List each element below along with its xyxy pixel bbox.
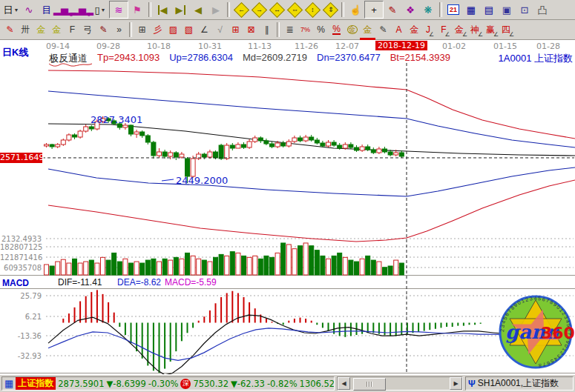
pan-hand-icon[interactable]: ☝ [346, 1, 364, 18]
pattern-lasso-icon[interactable]: ❖ [401, 1, 419, 18]
percent-gold-icon[interactable]: % [329, 21, 344, 38]
turnover-amount: 1306.52 [300, 379, 335, 389]
f-angle-icon[interactable]: F∠ [438, 21, 453, 38]
notes-icon[interactable]: ▤ [480, 1, 498, 18]
next-bar-icon[interactable]: ▶ [207, 1, 225, 18]
box-range-icon[interactable]: ⊞ [134, 21, 150, 38]
pen-level-icon[interactable]: ✎ [375, 21, 391, 38]
fan-lines-icon[interactable]: 彡 [150, 21, 165, 38]
compress-horizontal-icon[interactable]: ⇔ [286, 1, 303, 18]
red-grid-x-icon[interactable]: ⊠ [243, 21, 259, 38]
shen-angle-icon[interactable]: 神∠ [469, 21, 484, 38]
crosshair-icon[interactable]: + [364, 1, 384, 19]
red-pen-icon[interactable]: ✎ [2, 21, 18, 38]
zoom-all-icon[interactable]: ⇕ [321, 1, 339, 18]
price-marker: 2571.1649 [0, 153, 42, 163]
gold-circle-icon[interactable]: 金 [344, 21, 360, 38]
price-annotation: 2827.3401 [91, 114, 142, 125]
zigzag-overlay-icon[interactable]: ∿ [20, 1, 38, 18]
jump-right-icon[interactable]: → [250, 1, 268, 18]
gold-gann-b-icon[interactable]: 金 [49, 21, 65, 38]
expand-horizontal-icon[interactable]: ↔ [268, 1, 286, 18]
wave9-icon[interactable]: ▂▅▂9 [73, 1, 91, 18]
calendar-icon[interactable]: 21 [444, 1, 462, 18]
color-flag-icon[interactable]: ⚑ [128, 1, 146, 18]
macd-header-value: MACD=-5.59 [165, 277, 217, 288]
toolbar-separator [129, 22, 132, 37]
toolbar-separator [227, 2, 230, 17]
toolbar-separator [341, 2, 344, 17]
shenzhen-icon[interactable]: 深 [180, 379, 191, 389]
more-tools-chevron-icon[interactable]: » [111, 21, 127, 38]
scroll-right-button[interactable]: ▶ [450, 377, 462, 390]
scrollbar-thumb[interactable] [353, 378, 386, 391]
sh-index-change: ▼-8.6399 [107, 379, 146, 389]
spiral-tool-icon[interactable]: 弓 [80, 21, 96, 38]
toolbar-separator [439, 2, 442, 17]
toolbar-separator [277, 22, 280, 37]
chart-area: 日K线 09-1409-2810-1810-3111-1311-2612-072… [0, 40, 575, 374]
print-icon[interactable]: 凸 [533, 1, 551, 18]
scrollbar-track[interactable] [350, 378, 450, 389]
red-grid-icon[interactable]: ⊞ [228, 21, 243, 38]
period-day-selector[interactable]: 日▼ [2, 1, 20, 18]
axis-label: 121871416 [0, 253, 42, 262]
macd-pane-label: MACD [2, 278, 29, 288]
gold-gann-a-icon[interactable]: 金 [33, 21, 49, 38]
prev-bar-icon[interactable]: ◀ [189, 1, 207, 18]
gold-box-icon[interactable]: 金 [407, 21, 422, 38]
price-annotation: 2449.2000 [176, 175, 228, 186]
gann360-app: 日▼∿目▂▅▂3▂▅▂9▯▼≋⚑◀▶◀▶←→↔⇔↕⇕☝+✎❖❋21▦▤▣⊡凸 ✎… [0, 0, 575, 392]
gold-level-icon[interactable]: 金 [360, 21, 375, 38]
antenna-icon: Ψ [468, 379, 476, 389]
calculator-icon[interactable]: ▦ [462, 1, 480, 18]
check-lines-icon[interactable]: √ [212, 21, 228, 38]
percent7-icon[interactable]: 7% [298, 21, 313, 38]
percent-icon[interactable]: % [313, 21, 329, 38]
status-bar: ▦ 上证指数 2873.5901 ▼-8.6399 -0.30% 深 7530.… [0, 374, 575, 392]
main-chart-canvas[interactable] [0, 40, 575, 374]
ying-angle-icon[interactable]: 赢∠ [484, 21, 500, 38]
index-badge[interactable]: 上证指数 [16, 377, 56, 390]
sz-index-price: 7530.32 [193, 379, 229, 389]
svg-text:360: 360 [541, 324, 574, 342]
axis-label: -32.93 [0, 352, 42, 360]
slash-lines-icon[interactable]: ∥ [259, 21, 275, 38]
export-web-icon[interactable]: ⊡ [516, 1, 533, 18]
sz-index-percent: -0.82% [267, 379, 298, 389]
gold-angle-icon[interactable]: 金∠ [453, 21, 469, 38]
macd-header-value: DIF=-11.41 [58, 277, 102, 288]
toolbar-main: 日▼∿目▂▅▂3▂▅▂9▯▼≋⚑◀▶◀▶←→↔⇔↕⇕☝+✎❖❋21▦▤▣⊡凸 [0, 0, 575, 20]
quote-grid-icon[interactable]: ▦ [4, 378, 13, 389]
sz-index-change: ▼-62.33 [231, 379, 265, 389]
draw-line-icon[interactable]: ✎ [384, 1, 401, 18]
channel-overlay-icon[interactable]: ≋ [109, 1, 128, 19]
neural-net-icon[interactable]: ❋ [419, 1, 437, 18]
first-bar-icon[interactable]: ◀ [154, 1, 171, 18]
axis-label: 25.79 [0, 292, 42, 300]
axis-label: 60935708 [0, 264, 42, 272]
horizontal-scrollbar[interactable]: ◀ ▶ [337, 376, 463, 391]
save-icon[interactable]: ▣ [498, 1, 516, 18]
toolbar-separator [148, 2, 151, 17]
toolbar-drawing: ✎卅金金F弓✎»⊞彡▨▧∠√⊞⊠∥≣7%%%金金✎A金J∠F∠金∠神∠赢∠四∠ [0, 20, 575, 40]
si-angle-icon[interactable]: 四∠ [500, 21, 516, 38]
jump-left-icon[interactable]: ← [232, 1, 250, 18]
axis-label: -13.36 [0, 332, 42, 340]
candle-type-icon[interactable]: ▯▼ [91, 1, 109, 18]
sh-index-price: 2873.5901 [58, 379, 104, 389]
j-angle-icon[interactable]: J∠ [422, 21, 438, 38]
expand-vertical-icon[interactable]: ↕ [303, 1, 321, 18]
pen-ruler-icon[interactable]: ✎ [96, 21, 111, 38]
index-summary-panel: ▦ 上证指数 2873.5901 ▼-8.6399 -0.30% 深 7530.… [1, 376, 335, 391]
last-bar-icon[interactable]: ▶ [171, 1, 189, 18]
fan-box-alt-icon[interactable]: ▧ [181, 21, 197, 38]
angle-lines-icon[interactable]: ∠ [197, 21, 212, 38]
f-gann-icon[interactable]: F [65, 21, 80, 38]
gann360-logo: 2345678901234567890123456789012345678 ga… [497, 293, 574, 371]
wave-a-icon[interactable]: A [391, 21, 407, 38]
gann-grid-icon[interactable]: 卅 [18, 21, 33, 38]
scale-list-icon[interactable]: ≣ [282, 21, 298, 38]
scroll-left-button[interactable]: ◀ [338, 377, 350, 390]
fan-box-icon[interactable]: ▨ [165, 21, 181, 38]
